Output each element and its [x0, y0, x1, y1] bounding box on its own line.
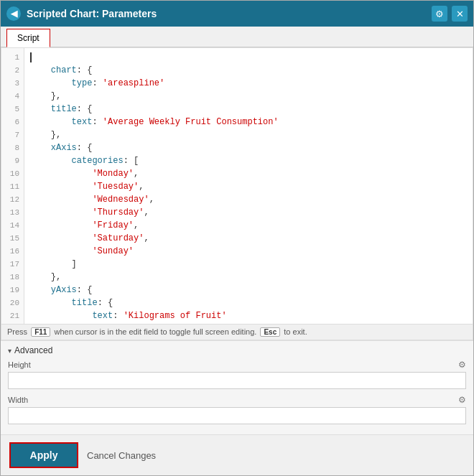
- width-label: Width: [8, 396, 28, 404]
- code-content[interactable]: chart: { type: 'areaspline' }, title: { …: [24, 48, 473, 324]
- advanced-header[interactable]: ▾ Advanced: [8, 345, 466, 355]
- esc-badge: Esc: [260, 327, 280, 337]
- height-gear-icon[interactable]: ⚙: [458, 360, 466, 370]
- title-bar-actions: ⚙ ✕: [432, 6, 468, 22]
- close-button[interactable]: ✕: [452, 6, 468, 22]
- footer-press-text: Press: [7, 327, 29, 336]
- tab-script[interactable]: Script: [6, 29, 50, 47]
- height-label: Height: [8, 360, 31, 369]
- height-label-row: Height ⚙: [8, 360, 466, 370]
- window: ◀ Scripted Chart: Parameters ⚙ ✕ Script …: [0, 0, 474, 476]
- f11-badge: F11: [31, 327, 50, 337]
- height-group: Height ⚙: [8, 360, 466, 389]
- apply-button[interactable]: Apply: [9, 442, 78, 468]
- width-label-row: Width ⚙: [8, 395, 466, 405]
- footer-mid-text: when cursor is in the edit field to togg…: [54, 327, 259, 336]
- width-input[interactable]: [8, 407, 466, 424]
- width-gear-icon[interactable]: ⚙: [458, 395, 466, 405]
- code-editor[interactable]: 1 2 3 4 5 6 7 8 9 10 11 12 13 14 15 16 1…: [1, 48, 473, 324]
- height-input[interactable]: [8, 372, 466, 389]
- footer-end-text: to exit.: [284, 327, 307, 336]
- title-bar-left: ◀ Scripted Chart: Parameters: [6, 6, 432, 21]
- title-bar: ◀ Scripted Chart: Parameters ⚙ ✕: [1, 1, 473, 27]
- settings-button[interactable]: ⚙: [432, 6, 447, 22]
- window-title: Scripted Chart: Parameters: [27, 8, 157, 19]
- bottom-panel: ▾ Advanced Height ⚙ Width ⚙ Apply Canc: [1, 340, 473, 475]
- advanced-section: ▾ Advanced Height ⚙ Width ⚙: [1, 341, 473, 434]
- advanced-arrow-icon: ▾: [8, 347, 11, 355]
- cancel-button[interactable]: Cancel Changes: [87, 450, 156, 461]
- editor-area[interactable]: 1 2 3 4 5 6 7 8 9 10 11 12 13 14 15 16 1…: [1, 47, 473, 340]
- editor-footer: Press F11 when cursor is in the edit fie…: [1, 324, 473, 340]
- back-icon[interactable]: ◀: [6, 6, 21, 21]
- tabs-bar: Script: [1, 27, 473, 47]
- footer-buttons: Apply Cancel Changes: [1, 434, 473, 475]
- line-numbers: 1 2 3 4 5 6 7 8 9 10 11 12 13 14 15 16 1…: [1, 48, 24, 324]
- width-group: Width ⚙: [8, 395, 466, 424]
- advanced-label: Advanced: [14, 345, 52, 355]
